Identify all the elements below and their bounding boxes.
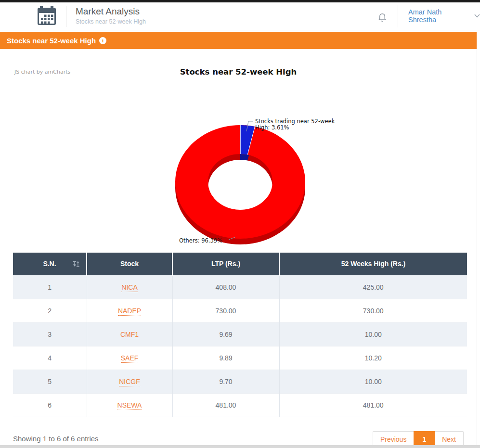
- callout-label-near-high-line1: Stocks trading near 52-week: [255, 118, 335, 125]
- table-header-row: S.N. Stock LTP (Rs.) 52 Weeks High (Rs.): [13, 253, 467, 275]
- cell-stock: CMF1: [87, 322, 172, 346]
- stocks-table: S.N. Stock LTP (Rs.) 52 Weeks High (Rs.)…: [13, 253, 467, 417]
- cell-sn: 1: [13, 275, 87, 299]
- header-divider: [66, 6, 66, 27]
- app-header: Market Analysis Stocks near 52-week High…: [0, 2, 480, 30]
- column-header-high: 52 Weeks High (Rs.): [279, 253, 467, 275]
- horizontal-scrollbar-track[interactable]: [0, 445, 480, 448]
- cell-ltp: 9.70: [172, 370, 279, 393]
- vertical-scrollbar-track[interactable]: [477, 32, 480, 445]
- cell-high: 425.00: [279, 275, 467, 299]
- table-row: 5 NICGF 9.70 10.00: [13, 370, 467, 393]
- stock-link[interactable]: SAEF: [121, 354, 139, 363]
- cell-sn: 4: [13, 346, 87, 370]
- page-subtitle: Stocks near 52-week High: [76, 18, 146, 25]
- callout-label-others: Others: 96.39%: [179, 237, 222, 244]
- cell-ltp: 408.00: [172, 275, 279, 299]
- section-banner: Stocks near 52-week High i: [0, 32, 477, 49]
- cell-sn: 2: [13, 299, 87, 322]
- donut-chart: Stocks trading near 52-week High: 3.61% …: [144, 113, 337, 253]
- cell-ltp: 9.69: [172, 322, 279, 346]
- cell-sn: 6: [13, 393, 87, 417]
- cell-sn: 5: [13, 370, 87, 393]
- section-banner-title: Stocks near 52-week High: [7, 37, 96, 45]
- market-analysis-page: Market Analysis Stocks near 52-week High…: [0, 0, 480, 448]
- cell-ltp: 481.00: [172, 393, 279, 417]
- sort-icon[interactable]: [72, 260, 79, 269]
- cell-stock: NICA: [87, 275, 172, 299]
- cell-high: 10.00: [279, 322, 467, 346]
- bell-icon[interactable]: [377, 12, 388, 24]
- chart-title: Stocks near 52-week High: [0, 67, 477, 77]
- user-name[interactable]: Amar Nath Shrestha: [408, 8, 469, 24]
- stock-link[interactable]: NICA: [121, 283, 137, 292]
- cell-high: 730.00: [279, 299, 467, 322]
- cell-stock: NSEWA: [87, 393, 172, 417]
- page-title: Market Analysis: [76, 6, 140, 17]
- cell-stock: NADEP: [87, 299, 172, 322]
- stock-link[interactable]: NSEWA: [117, 401, 142, 410]
- calendar-icon: [36, 5, 57, 26]
- chevron-down-icon: [474, 14, 480, 18]
- table-row: 1 NICA 408.00 425.00: [13, 275, 467, 299]
- cell-high: 10.00: [279, 370, 467, 393]
- column-header-ltp: LTP (Rs.): [172, 253, 279, 275]
- cell-stock: NICGF: [87, 370, 172, 393]
- table-row: 6 NSEWA 481.00 481.00: [13, 393, 467, 417]
- cell-ltp: 730.00: [172, 299, 279, 322]
- user-menu[interactable]: Amar Nath Shrestha: [408, 9, 480, 23]
- cell-high: 481.00: [279, 393, 467, 417]
- cell-ltp: 9.89: [172, 346, 279, 370]
- table-row: 3 CMF1 9.69 10.00: [13, 322, 467, 346]
- stock-link[interactable]: CMF1: [120, 331, 139, 339]
- stock-link[interactable]: NADEP: [118, 307, 141, 316]
- table-row: 2 NADEP 730.00 730.00: [13, 299, 467, 322]
- column-header-sn[interactable]: S.N.: [13, 253, 87, 275]
- cell-sn: 3: [13, 322, 87, 346]
- callout-label-near-high-line2: High: 3.61%: [255, 124, 289, 131]
- table-row: 4 SAEF 9.89 10.20: [13, 346, 467, 370]
- info-icon[interactable]: i: [99, 37, 106, 44]
- cell-stock: SAEF: [87, 346, 172, 370]
- cell-high: 10.20: [279, 346, 467, 370]
- stock-link[interactable]: NICGF: [119, 378, 140, 386]
- column-header-stock: Stock: [87, 253, 172, 275]
- entries-summary: Showing 1 to 6 of 6 entries: [13, 435, 99, 443]
- column-header-sn-label: S.N.: [43, 260, 56, 268]
- header-divider-2: [398, 5, 398, 27]
